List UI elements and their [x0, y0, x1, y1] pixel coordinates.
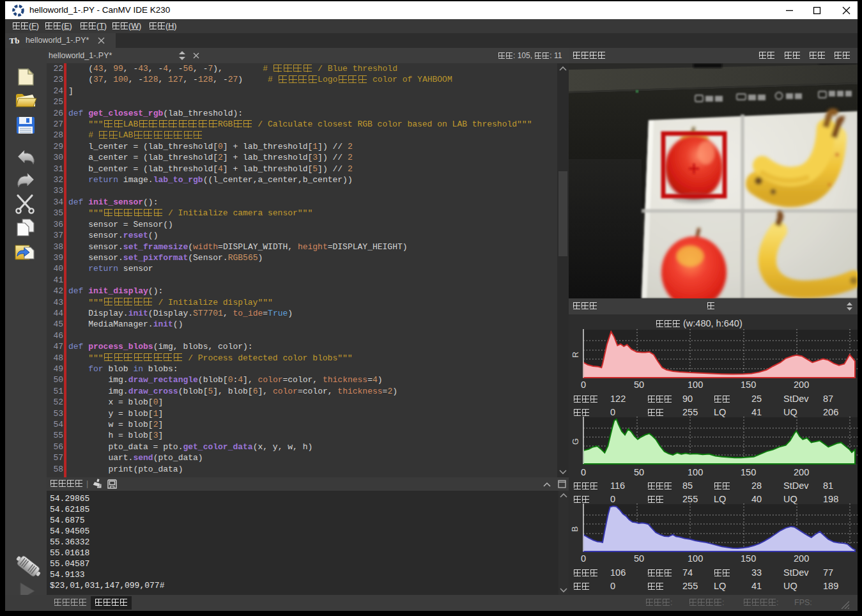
svg-text:G: G [571, 438, 580, 445]
svg-text:B: B [570, 527, 580, 532]
svg-text:R: R [571, 351, 580, 357]
